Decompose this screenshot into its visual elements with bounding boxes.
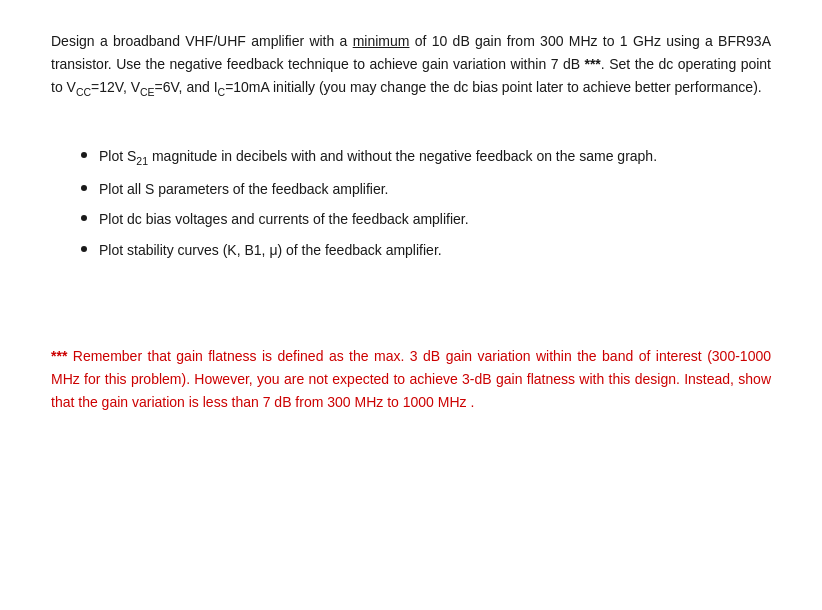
- main-paragraph: Design a broadband VHF/UHF amplifier wit…: [51, 30, 771, 101]
- list-item-text: Plot stability curves (K, B1, μ) of the …: [99, 239, 442, 261]
- bullet-dot: [81, 185, 87, 191]
- vce-subscript: CE: [140, 86, 155, 98]
- list-item: Plot stability curves (K, B1, μ) of the …: [81, 239, 771, 261]
- spacer-2: [51, 285, 771, 305]
- spacer-1: [51, 125, 771, 145]
- list-item: Plot dc bias voltages and currents of th…: [81, 208, 771, 230]
- footnote-text: *** Remember that gain flatness is defin…: [51, 345, 771, 414]
- spacer-3: [51, 305, 771, 325]
- bullet-dot: [81, 246, 87, 252]
- stars-inline: ***: [584, 56, 600, 72]
- ic-subscript: C: [218, 86, 226, 98]
- page-container: Design a broadband VHF/UHF amplifier wit…: [31, 0, 791, 444]
- footnote-stars: ***: [51, 348, 67, 364]
- s21-subscript: 21: [136, 155, 148, 167]
- list-item-text: Plot all S parameters of the feedback am…: [99, 178, 388, 200]
- vcc-subscript: CC: [76, 86, 91, 98]
- list-item-text: Plot dc bias voltages and currents of th…: [99, 208, 469, 230]
- bullet-dot: [81, 152, 87, 158]
- bullet-dot: [81, 215, 87, 221]
- footnote-section: *** Remember that gain flatness is defin…: [51, 345, 771, 414]
- underline-minimum: minimum: [353, 33, 410, 49]
- list-item: Plot S21 magnitude in decibels with and …: [81, 145, 771, 170]
- list-item-text: Plot S21 magnitude in decibels with and …: [99, 145, 657, 170]
- list-item: Plot all S parameters of the feedback am…: [81, 178, 771, 200]
- bullet-list: Plot S21 magnitude in decibels with and …: [81, 145, 771, 261]
